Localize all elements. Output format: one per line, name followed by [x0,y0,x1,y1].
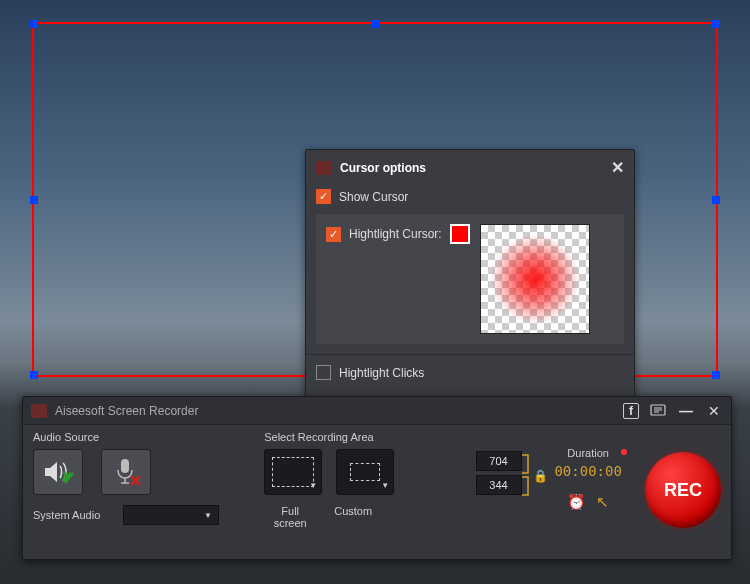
show-cursor-checkbox[interactable]: ✓ [316,189,331,204]
system-audio-button[interactable] [33,449,83,495]
show-cursor-label: Show Cursor [339,190,408,204]
selection-handle-br[interactable] [712,371,720,379]
selection-handle-mr[interactable] [712,196,720,204]
lock-bracket [521,453,533,497]
selection-handle-ml[interactable] [30,196,38,204]
app-icon [31,404,47,418]
fullscreen-button[interactable]: ▼ [264,449,322,495]
close-icon[interactable]: ✕ [705,402,723,420]
duration-time: 00:00:00 [543,463,633,479]
microphone-button[interactable] [101,449,151,495]
facebook-icon[interactable]: f [623,403,639,419]
alarm-icon[interactable]: ⏰ [567,493,586,511]
selection-handle-tr[interactable] [712,20,720,28]
microphone-icon [109,456,143,488]
selection-handle-bl[interactable] [30,371,38,379]
height-field[interactable]: 344 [476,475,522,495]
audio-section-label: Audio Source [33,431,252,443]
selection-handle-tm[interactable] [371,20,379,28]
minimize-icon[interactable]: — [677,402,695,420]
highlight-cursor-panel: ✓ Hightlight Cursor: [316,214,624,344]
mic-dropdown[interactable] [123,505,219,525]
custom-label: Custom [334,505,372,529]
fullscreen-label: Full screen [264,505,316,529]
cursor-icon[interactable]: ↖ [596,493,609,511]
rec-indicator-dot [621,449,627,455]
fullscreen-icon [272,457,314,487]
cursor-options-dialog: Cursor options ✕ ✓ Show Cursor ✓ Hightli… [305,149,635,433]
highlight-clicks-label: Hightlight Clicks [339,366,424,380]
record-label: REC [664,480,702,501]
app-icon [316,161,332,175]
area-section-label: Select Recording Area [264,431,463,443]
selection-handle-tl[interactable] [30,20,38,28]
highlight-preview [480,224,590,334]
chevron-down-icon: ▼ [381,481,389,490]
highlight-clicks-row: Hightlight Clicks [306,354,634,390]
highlight-clicks-checkbox[interactable] [316,365,331,380]
dialog-titlebar[interactable]: Cursor options ✕ [306,150,634,185]
dialog-title: Cursor options [340,161,426,175]
highlight-cursor-label: Hightlight Cursor: [349,227,442,241]
app-window: Aiseesoft Screen Recorder f — ✕ Audio So… [22,396,732,560]
highlight-color-swatch[interactable] [450,224,470,244]
svg-rect-1 [121,459,129,473]
app-titlebar[interactable]: Aiseesoft Screen Recorder f — ✕ [23,397,731,425]
record-button[interactable]: REC [645,452,721,528]
width-field[interactable]: 704 [476,451,522,471]
app-title: Aiseesoft Screen Recorder [55,404,198,418]
close-icon[interactable]: ✕ [611,158,624,177]
system-audio-label: System Audio [33,509,109,521]
duration-label: Duration [543,447,633,459]
speaker-icon [41,457,75,487]
feedback-icon[interactable] [649,402,667,420]
show-cursor-row: ✓ Show Cursor [306,185,634,208]
custom-area-icon [350,463,380,481]
custom-area-button[interactable]: ▼ [336,449,394,495]
highlight-cursor-checkbox[interactable]: ✓ [326,227,341,242]
chevron-down-icon: ▼ [309,481,317,490]
